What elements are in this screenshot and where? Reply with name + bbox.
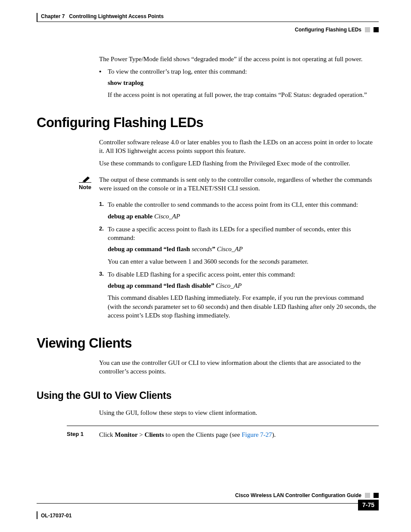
ordered-num: 3.	[99, 270, 108, 279]
ordered-num: 1.	[99, 200, 108, 209]
command-text: debug ap command “led flash seconds” Cis…	[108, 245, 379, 253]
body-text: You can enter a value between 1 and 3600…	[108, 257, 379, 266]
figure-link[interactable]: Figure 7-27	[242, 431, 272, 438]
heading-viewing-clients: Viewing Clients	[37, 334, 379, 352]
command-text: debug ap enable Cisco_AP	[108, 212, 379, 221]
cmd-italic: Cisco_AP	[216, 282, 242, 289]
ordered-text: To cause a specific access point to flas…	[108, 225, 379, 243]
ordered-text: To disable LED flashing for a specific a…	[108, 270, 379, 279]
footer-guide-title: Cisco Wireless LAN Controller Configurat…	[235, 492, 361, 499]
note-label: Note	[79, 182, 91, 191]
body-text: This command disables LED flashing immed…	[108, 293, 379, 320]
footer-rule	[37, 503, 358, 510]
heading-configuring-flashing-leds: Configuring Flashing LEDs	[37, 114, 379, 132]
ordered-item: 1. To enable the controller to send comm…	[99, 200, 379, 209]
body-text: You can use the controller GUI or CLI to…	[99, 358, 379, 376]
cmd-italic: Cisco_AP	[217, 246, 243, 252]
ordered-num: 2.	[99, 225, 108, 243]
body-text: The Power Type/Mode field shows “degrade…	[99, 55, 379, 63]
running-header: Chapter 7 Controlling Lightweight Access…	[37, 13, 379, 22]
step-row: Step 1 Click Monitor > Clients to open t…	[67, 430, 379, 439]
footer-doc-id: OL-17037-01	[37, 511, 72, 519]
body-text: Use these commands to configure LED flas…	[99, 159, 379, 168]
cmd-bold: ”	[212, 246, 217, 252]
cmd-bold: debug ap enable	[108, 213, 154, 220]
bullet-item: • To view the controller’s trap log, ent…	[99, 67, 379, 76]
bullet-glyph: •	[99, 67, 108, 76]
body-text: If the access point is not operating at …	[108, 90, 379, 99]
body-text: Controller software release 4.0 or later…	[99, 138, 379, 156]
cmd-italic: seconds	[192, 246, 212, 252]
cmd-bold: debug ap command “led flash	[108, 246, 192, 252]
command-text: debug ap command “led flash disable” Cis…	[108, 281, 379, 290]
command-text: show traplog	[108, 78, 379, 87]
section-header-right: Configuring Flashing LEDs	[37, 26, 379, 33]
bullet-text: To view the controller’s trap log, enter…	[108, 67, 379, 76]
body-text: Using the GUI, follow these steps to vie…	[99, 408, 379, 417]
decor-square-dark	[374, 27, 379, 32]
decor-square-dark	[374, 493, 379, 498]
cmd-italic: Cisco_AP	[154, 213, 180, 220]
page-footer: Cisco Wireless LAN Controller Configurat…	[37, 492, 379, 519]
chapter-title: Controlling Lightweight Access Points	[69, 13, 164, 20]
step-divider	[67, 426, 379, 426]
step-label: Step 1	[67, 430, 99, 439]
cmd-bold: debug ap command “led flash disable”	[108, 282, 216, 289]
chapter-label: Chapter 7	[41, 13, 65, 20]
note-body: The output of these commands is sent onl…	[99, 175, 379, 193]
section-name: Configuring Flashing LEDs	[295, 26, 361, 33]
ordered-item: 2. To cause a specific access point to f…	[99, 225, 379, 243]
note-block: Note The output of these commands is sen…	[37, 175, 379, 193]
step-body: Click Monitor > Clients to open the Clie…	[99, 430, 379, 439]
subheading-using-gui: Using the GUI to View Clients	[37, 389, 379, 402]
decor-square-light	[365, 493, 370, 498]
decor-square-light	[365, 27, 370, 32]
page-number: 7-75	[358, 500, 379, 510]
ordered-text: To enable the controller to send command…	[108, 200, 379, 209]
ordered-item: 3. To disable LED flashing for a specifi…	[99, 270, 379, 279]
